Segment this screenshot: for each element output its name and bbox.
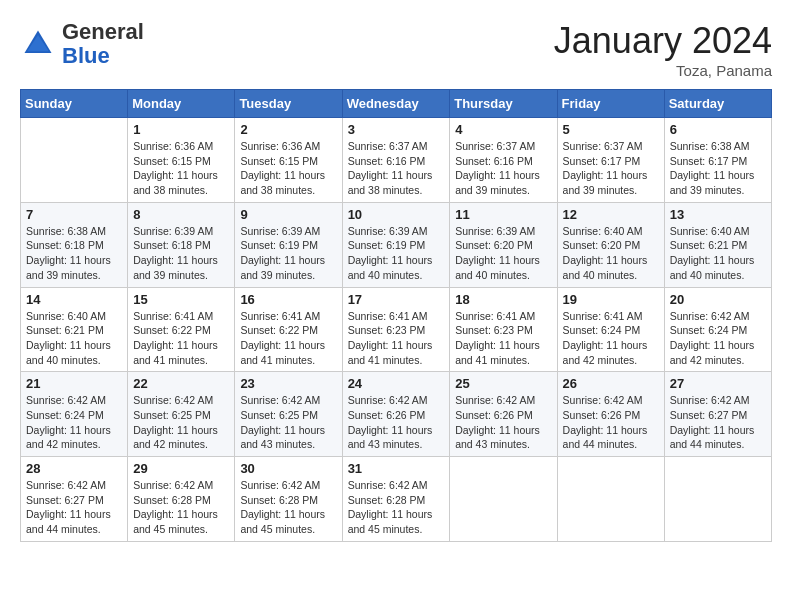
day-number: 26 xyxy=(563,376,659,391)
day-number: 2 xyxy=(240,122,336,137)
calendar-cell: 21Sunrise: 6:42 AM Sunset: 6:24 PM Dayli… xyxy=(21,372,128,457)
day-info: Sunrise: 6:42 AM Sunset: 6:28 PM Dayligh… xyxy=(348,478,445,537)
day-number: 19 xyxy=(563,292,659,307)
title-block: January 2024 Toza, Panama xyxy=(554,20,772,79)
calendar-cell: 14Sunrise: 6:40 AM Sunset: 6:21 PM Dayli… xyxy=(21,287,128,372)
calendar-cell: 23Sunrise: 6:42 AM Sunset: 6:25 PM Dayli… xyxy=(235,372,342,457)
day-number: 11 xyxy=(455,207,551,222)
day-number: 23 xyxy=(240,376,336,391)
week-row-1: 1Sunrise: 6:36 AM Sunset: 6:15 PM Daylig… xyxy=(21,118,772,203)
day-info: Sunrise: 6:40 AM Sunset: 6:21 PM Dayligh… xyxy=(26,309,122,368)
day-number: 14 xyxy=(26,292,122,307)
calendar-cell: 17Sunrise: 6:41 AM Sunset: 6:23 PM Dayli… xyxy=(342,287,450,372)
day-info: Sunrise: 6:41 AM Sunset: 6:23 PM Dayligh… xyxy=(348,309,445,368)
day-number: 31 xyxy=(348,461,445,476)
day-of-week-wednesday: Wednesday xyxy=(342,90,450,118)
calendar-cell: 29Sunrise: 6:42 AM Sunset: 6:28 PM Dayli… xyxy=(128,457,235,542)
calendar-cell: 13Sunrise: 6:40 AM Sunset: 6:21 PM Dayli… xyxy=(664,202,771,287)
day-info: Sunrise: 6:42 AM Sunset: 6:28 PM Dayligh… xyxy=(133,478,229,537)
calendar-cell: 8Sunrise: 6:39 AM Sunset: 6:18 PM Daylig… xyxy=(128,202,235,287)
day-number: 20 xyxy=(670,292,766,307)
day-number: 4 xyxy=(455,122,551,137)
calendar-cell xyxy=(664,457,771,542)
day-info: Sunrise: 6:42 AM Sunset: 6:24 PM Dayligh… xyxy=(670,309,766,368)
day-of-week-friday: Friday xyxy=(557,90,664,118)
calendar-cell: 5Sunrise: 6:37 AM Sunset: 6:17 PM Daylig… xyxy=(557,118,664,203)
calendar-cell: 19Sunrise: 6:41 AM Sunset: 6:24 PM Dayli… xyxy=(557,287,664,372)
calendar-cell: 9Sunrise: 6:39 AM Sunset: 6:19 PM Daylig… xyxy=(235,202,342,287)
day-number: 27 xyxy=(670,376,766,391)
calendar-cell: 1Sunrise: 6:36 AM Sunset: 6:15 PM Daylig… xyxy=(128,118,235,203)
day-info: Sunrise: 6:42 AM Sunset: 6:27 PM Dayligh… xyxy=(26,478,122,537)
day-number: 17 xyxy=(348,292,445,307)
calendar-cell: 20Sunrise: 6:42 AM Sunset: 6:24 PM Dayli… xyxy=(664,287,771,372)
day-info: Sunrise: 6:39 AM Sunset: 6:18 PM Dayligh… xyxy=(133,224,229,283)
logo-text: General Blue xyxy=(62,20,144,68)
day-info: Sunrise: 6:39 AM Sunset: 6:19 PM Dayligh… xyxy=(348,224,445,283)
day-info: Sunrise: 6:42 AM Sunset: 6:27 PM Dayligh… xyxy=(670,393,766,452)
calendar-cell: 26Sunrise: 6:42 AM Sunset: 6:26 PM Dayli… xyxy=(557,372,664,457)
day-number: 28 xyxy=(26,461,122,476)
calendar-cell xyxy=(450,457,557,542)
month-title: January 2024 xyxy=(554,20,772,62)
calendar-cell: 10Sunrise: 6:39 AM Sunset: 6:19 PM Dayli… xyxy=(342,202,450,287)
calendar-body: 1Sunrise: 6:36 AM Sunset: 6:15 PM Daylig… xyxy=(21,118,772,542)
day-info: Sunrise: 6:42 AM Sunset: 6:26 PM Dayligh… xyxy=(563,393,659,452)
day-number: 6 xyxy=(670,122,766,137)
logo-general: General xyxy=(62,19,144,44)
calendar-cell: 6Sunrise: 6:38 AM Sunset: 6:17 PM Daylig… xyxy=(664,118,771,203)
week-row-4: 21Sunrise: 6:42 AM Sunset: 6:24 PM Dayli… xyxy=(21,372,772,457)
week-row-3: 14Sunrise: 6:40 AM Sunset: 6:21 PM Dayli… xyxy=(21,287,772,372)
week-row-2: 7Sunrise: 6:38 AM Sunset: 6:18 PM Daylig… xyxy=(21,202,772,287)
day-of-week-tuesday: Tuesday xyxy=(235,90,342,118)
day-number: 16 xyxy=(240,292,336,307)
calendar-cell: 25Sunrise: 6:42 AM Sunset: 6:26 PM Dayli… xyxy=(450,372,557,457)
calendar-cell: 16Sunrise: 6:41 AM Sunset: 6:22 PM Dayli… xyxy=(235,287,342,372)
calendar-cell: 24Sunrise: 6:42 AM Sunset: 6:26 PM Dayli… xyxy=(342,372,450,457)
calendar-cell xyxy=(557,457,664,542)
day-of-week-saturday: Saturday xyxy=(664,90,771,118)
day-number: 21 xyxy=(26,376,122,391)
day-number: 25 xyxy=(455,376,551,391)
day-info: Sunrise: 6:37 AM Sunset: 6:16 PM Dayligh… xyxy=(348,139,445,198)
day-number: 1 xyxy=(133,122,229,137)
day-info: Sunrise: 6:37 AM Sunset: 6:17 PM Dayligh… xyxy=(563,139,659,198)
day-number: 29 xyxy=(133,461,229,476)
day-info: Sunrise: 6:41 AM Sunset: 6:22 PM Dayligh… xyxy=(240,309,336,368)
days-of-week-row: SundayMondayTuesdayWednesdayThursdayFrid… xyxy=(21,90,772,118)
calendar-header: SundayMondayTuesdayWednesdayThursdayFrid… xyxy=(21,90,772,118)
day-info: Sunrise: 6:37 AM Sunset: 6:16 PM Dayligh… xyxy=(455,139,551,198)
calendar-cell: 11Sunrise: 6:39 AM Sunset: 6:20 PM Dayli… xyxy=(450,202,557,287)
day-info: Sunrise: 6:42 AM Sunset: 6:25 PM Dayligh… xyxy=(240,393,336,452)
calendar-cell: 3Sunrise: 6:37 AM Sunset: 6:16 PM Daylig… xyxy=(342,118,450,203)
calendar-cell xyxy=(21,118,128,203)
logo-icon xyxy=(20,26,56,62)
calendar-cell: 12Sunrise: 6:40 AM Sunset: 6:20 PM Dayli… xyxy=(557,202,664,287)
calendar-cell: 18Sunrise: 6:41 AM Sunset: 6:23 PM Dayli… xyxy=(450,287,557,372)
day-of-week-thursday: Thursday xyxy=(450,90,557,118)
day-number: 15 xyxy=(133,292,229,307)
day-of-week-sunday: Sunday xyxy=(21,90,128,118)
day-info: Sunrise: 6:41 AM Sunset: 6:24 PM Dayligh… xyxy=(563,309,659,368)
day-info: Sunrise: 6:40 AM Sunset: 6:21 PM Dayligh… xyxy=(670,224,766,283)
week-row-5: 28Sunrise: 6:42 AM Sunset: 6:27 PM Dayli… xyxy=(21,457,772,542)
day-info: Sunrise: 6:39 AM Sunset: 6:19 PM Dayligh… xyxy=(240,224,336,283)
day-number: 5 xyxy=(563,122,659,137)
day-number: 7 xyxy=(26,207,122,222)
page-header: General Blue January 2024 Toza, Panama xyxy=(20,20,772,79)
day-number: 9 xyxy=(240,207,336,222)
day-number: 30 xyxy=(240,461,336,476)
location: Toza, Panama xyxy=(554,62,772,79)
calendar: SundayMondayTuesdayWednesdayThursdayFrid… xyxy=(20,89,772,542)
day-info: Sunrise: 6:38 AM Sunset: 6:18 PM Dayligh… xyxy=(26,224,122,283)
day-of-week-monday: Monday xyxy=(128,90,235,118)
day-info: Sunrise: 6:36 AM Sunset: 6:15 PM Dayligh… xyxy=(240,139,336,198)
day-info: Sunrise: 6:41 AM Sunset: 6:22 PM Dayligh… xyxy=(133,309,229,368)
day-number: 8 xyxy=(133,207,229,222)
calendar-cell: 31Sunrise: 6:42 AM Sunset: 6:28 PM Dayli… xyxy=(342,457,450,542)
day-info: Sunrise: 6:36 AM Sunset: 6:15 PM Dayligh… xyxy=(133,139,229,198)
day-info: Sunrise: 6:38 AM Sunset: 6:17 PM Dayligh… xyxy=(670,139,766,198)
day-info: Sunrise: 6:41 AM Sunset: 6:23 PM Dayligh… xyxy=(455,309,551,368)
day-number: 12 xyxy=(563,207,659,222)
day-number: 3 xyxy=(348,122,445,137)
